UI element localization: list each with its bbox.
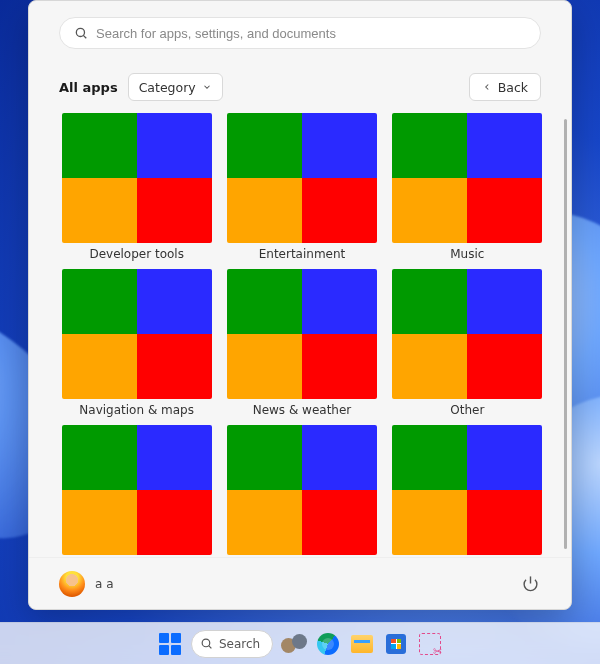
category-tile[interactable]	[390, 425, 545, 557]
microsoft-store-icon	[386, 634, 406, 654]
taskbar-item-snip[interactable]	[417, 631, 443, 657]
chevron-left-icon	[482, 82, 492, 92]
category-tile-label: Entertainment	[259, 247, 346, 263]
taskbar-item-explorer[interactable]	[349, 631, 375, 657]
category-tile-label: News & weather	[253, 403, 352, 419]
back-button-label: Back	[498, 80, 528, 95]
category-tile-art	[62, 269, 212, 399]
category-tile-art	[392, 425, 542, 555]
edge-icon	[317, 633, 339, 655]
category-tile-art	[227, 269, 377, 399]
snipping-tool-icon	[419, 633, 441, 655]
avatar	[59, 571, 85, 597]
search-icon	[74, 26, 88, 40]
category-tile[interactable]: Navigation & maps	[59, 269, 214, 419]
taskbar: Search	[0, 622, 600, 664]
back-button[interactable]: Back	[469, 73, 541, 101]
start-menu-panel: All apps Category Back Developer toolsEn…	[28, 0, 572, 610]
category-tile[interactable]: Music	[390, 113, 545, 263]
svg-line-4	[209, 646, 212, 649]
search-container	[29, 1, 571, 55]
svg-point-0	[76, 28, 84, 36]
category-tile-label: Developer tools	[89, 247, 184, 263]
power-icon	[522, 575, 539, 592]
category-tile-art	[227, 113, 377, 243]
view-dropdown-label: Category	[139, 80, 196, 95]
virtual-desktops-icon	[281, 632, 307, 656]
file-explorer-icon	[351, 635, 373, 653]
category-tile-art	[392, 269, 542, 399]
category-tile-art	[62, 425, 212, 555]
category-tile[interactable]	[59, 425, 214, 557]
category-tile[interactable]: Entertainment	[224, 113, 379, 263]
category-tile[interactable]: Other	[390, 269, 545, 419]
taskbar-item-edge[interactable]	[315, 631, 341, 657]
category-tile-art	[62, 113, 212, 243]
category-tile-art	[227, 425, 377, 555]
category-tile-label: Navigation & maps	[79, 403, 194, 419]
category-tile-label: Music	[450, 247, 484, 263]
taskbar-search[interactable]: Search	[191, 630, 273, 658]
svg-line-1	[83, 35, 86, 38]
scrollbar-thumb[interactable]	[564, 119, 567, 549]
taskbar-item-store[interactable]	[383, 631, 409, 657]
chevron-down-icon	[202, 82, 212, 92]
svg-point-3	[202, 639, 210, 647]
category-grid-viewport: Developer toolsEntertainmentMusicNavigat…	[29, 109, 571, 557]
user-account-button[interactable]: a a	[59, 571, 114, 597]
search-box[interactable]	[59, 17, 541, 49]
start-button[interactable]	[157, 631, 183, 657]
category-tile[interactable]	[224, 425, 379, 557]
category-tile[interactable]: Developer tools	[59, 113, 214, 263]
taskbar-search-label: Search	[219, 637, 260, 651]
view-dropdown[interactable]: Category	[128, 73, 223, 101]
search-input[interactable]	[96, 26, 526, 41]
start-footer: a a	[29, 557, 571, 609]
apps-header: All apps Category Back	[29, 55, 571, 109]
category-tile[interactable]: News & weather	[224, 269, 379, 419]
category-tile-art	[392, 113, 542, 243]
page-title: All apps	[59, 80, 118, 95]
user-name-label: a a	[95, 577, 114, 591]
search-icon	[200, 637, 213, 650]
category-tile-label: Other	[450, 403, 484, 419]
category-grid: Developer toolsEntertainmentMusicNavigat…	[59, 113, 545, 557]
taskbar-item-virtual-desktops[interactable]	[281, 631, 307, 657]
power-button[interactable]	[519, 573, 541, 595]
windows-logo-icon	[159, 633, 181, 655]
